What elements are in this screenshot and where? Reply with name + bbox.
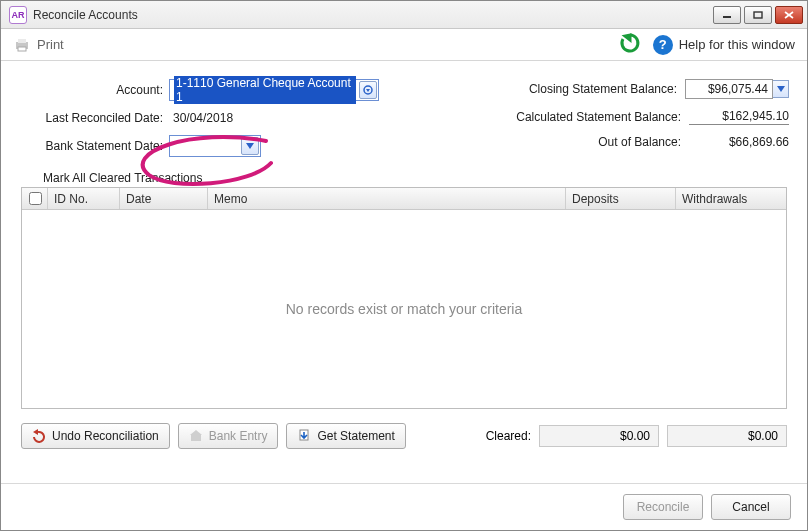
- maximize-button[interactable]: [744, 6, 772, 24]
- col-id[interactable]: ID No.: [48, 188, 120, 209]
- refresh-button[interactable]: [619, 32, 641, 58]
- col-date[interactable]: Date: [120, 188, 208, 209]
- calendar-dropdown-icon[interactable]: [241, 137, 259, 155]
- print-label: Print: [37, 37, 64, 52]
- svg-rect-6: [18, 47, 26, 51]
- body: Account: 1-1110 General Cheque Account 1…: [1, 61, 807, 483]
- help-link[interactable]: ? Help for this window: [653, 35, 795, 55]
- printer-icon: [13, 37, 31, 53]
- cancel-button[interactable]: Cancel: [711, 494, 791, 520]
- help-label: Help for this window: [679, 37, 795, 52]
- bank-stmt-date-input[interactable]: [169, 135, 261, 157]
- last-reconciled-label: Last Reconciled Date:: [19, 111, 169, 125]
- col-memo[interactable]: Memo: [208, 188, 566, 209]
- print-button[interactable]: Print: [13, 37, 64, 53]
- account-value: 1-1110 General Cheque Account 1: [174, 76, 356, 104]
- dropdown-icon[interactable]: [359, 81, 377, 99]
- svg-rect-1: [754, 12, 762, 18]
- download-icon: [297, 429, 311, 443]
- col-deposits[interactable]: Deposits: [566, 188, 676, 209]
- out-of-balance-label: Out of Balance:: [413, 135, 689, 149]
- svg-rect-5: [18, 39, 26, 43]
- account-label: Account:: [19, 83, 169, 97]
- cleared-deposits: $0.00: [539, 425, 659, 447]
- cleared-withdrawals: $0.00: [667, 425, 787, 447]
- cleared-label: Cleared:: [486, 429, 531, 443]
- window-title: Reconcile Accounts: [33, 8, 713, 22]
- transactions-grid: ID No. Date Memo Deposits Withdrawals No…: [21, 187, 787, 409]
- reconcile-button: Reconcile: [623, 494, 703, 520]
- calculated-balance-label: Calculated Statement Balance:: [413, 110, 689, 124]
- last-reconciled-value: 30/04/2018: [169, 111, 233, 125]
- grid-empty-message: No records exist or match your criteria: [22, 210, 786, 408]
- refresh-icon: [619, 32, 641, 54]
- out-of-balance-value: $66,869.66: [689, 135, 789, 149]
- mark-all-cleared-link[interactable]: Mark All Cleared Transactions: [43, 171, 789, 185]
- toolbar: Print ? Help for this window: [1, 29, 807, 61]
- titlebar: AR Reconcile Accounts: [1, 1, 807, 29]
- account-combo[interactable]: 1-1110 General Cheque Account 1: [169, 79, 379, 101]
- grid-header: ID No. Date Memo Deposits Withdrawals: [22, 188, 786, 210]
- get-statement-button[interactable]: Get Statement: [286, 423, 405, 449]
- svg-rect-8: [191, 435, 201, 441]
- footer: Reconcile Cancel: [1, 483, 807, 530]
- close-button[interactable]: [775, 6, 803, 24]
- calculated-balance-value: $162,945.10: [689, 109, 789, 125]
- col-withdrawals[interactable]: Withdrawals: [676, 188, 786, 209]
- bank-stmt-date-label: Bank Statement Date:: [19, 139, 169, 153]
- undo-reconciliation-button[interactable]: Undo Reconciliation: [21, 423, 170, 449]
- help-icon: ?: [653, 35, 673, 55]
- bank-entry-button: Bank Entry: [178, 423, 279, 449]
- minimize-button[interactable]: [713, 6, 741, 24]
- closing-balance-input[interactable]: [685, 79, 773, 99]
- closing-balance-dropdown[interactable]: [773, 80, 789, 98]
- undo-icon: [32, 429, 46, 443]
- closing-balance-label: Closing Statement Balance:: [413, 82, 685, 96]
- window-frame: AR Reconcile Accounts Print ? Help for t…: [0, 0, 808, 531]
- bank-icon: [189, 429, 203, 443]
- app-icon: AR: [9, 6, 27, 24]
- select-all-checkbox[interactable]: [29, 192, 42, 205]
